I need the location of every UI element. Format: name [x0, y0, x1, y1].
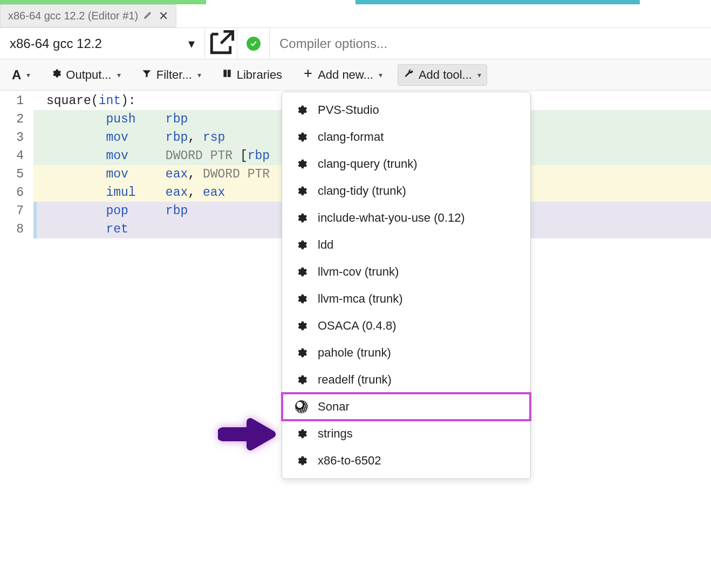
tool-menu-item-label: clang-query (trunk) [318, 157, 418, 171]
compiler-tab[interactable]: x86-64 gcc 12.2 (Editor #1) ✕ [0, 4, 176, 28]
gear-icon [295, 265, 308, 278]
gear-icon [295, 373, 308, 386]
tool-menu-item[interactable]: OSACA (0.4.8) [282, 312, 530, 339]
line-number: 6 [0, 183, 24, 202]
compiler-selected-label: x86-64 gcc 12.2 [10, 36, 102, 51]
gear-icon [295, 454, 308, 467]
plus-icon [303, 68, 313, 82]
caret-down-icon: ▾ [117, 71, 121, 79]
gear-icon [295, 238, 308, 251]
pencil-icon[interactable] [143, 10, 153, 22]
gear-icon [295, 131, 308, 143]
gear-icon [295, 211, 308, 224]
caret-down-icon: ▾ [26, 71, 30, 79]
tool-menu-item-label: OSACA (0.4.8) [318, 319, 396, 333]
line-number: 7 [0, 202, 24, 220]
gear-icon [295, 292, 308, 305]
output-menu[interactable]: Output... ▾ [45, 65, 126, 85]
add-tool-menu[interactable]: Add tool... ▾ [398, 64, 487, 86]
gear-icon [295, 104, 308, 117]
tool-menu-item[interactable]: llvm-cov (trunk) [282, 258, 530, 285]
tool-menu-item[interactable]: clang-format [282, 124, 530, 151]
top-accent-bar [0, 0, 711, 4]
line-number: 8 [0, 220, 24, 238]
open-external-button[interactable] [205, 28, 237, 59]
caret-down-icon: ▾ [379, 71, 382, 79]
line-number: 1 [0, 92, 24, 110]
tool-menu-item[interactable]: PVS-Studio [282, 97, 530, 124]
line-number: 5 [0, 165, 24, 183]
tab-label: x86-64 gcc 12.2 (Editor #1) [8, 10, 138, 22]
cursor-indicator [33, 202, 37, 238]
tool-menu-item-label: ldd [318, 238, 333, 252]
tab-bar: x86-64 gcc 12.2 (Editor #1) ✕ [0, 4, 711, 28]
tool-menu-item[interactable]: llvm-mca (trunk) [282, 285, 530, 312]
tool-menu-item-label: pahole (trunk) [318, 346, 391, 360]
libraries-button[interactable]: Libraries [216, 65, 288, 85]
tool-menu-item-label: clang-format [318, 130, 384, 144]
tool-menu-item[interactable]: pahole (trunk) [282, 339, 530, 366]
tool-menu-item-label: llvm-cov (trunk) [318, 265, 399, 279]
toolbar: A ▾ Output... ▾ Filter... ▾ Libraries Ad… [0, 59, 711, 91]
filter-icon [141, 68, 152, 82]
gear-icon [295, 319, 308, 332]
filter-menu[interactable]: Filter... ▾ [136, 65, 207, 85]
tool-menu-item[interactable]: clang-tidy (trunk) [282, 177, 530, 204]
close-icon[interactable]: ✕ [159, 9, 168, 23]
gear-icon [295, 346, 308, 359]
compiler-options-input[interactable] [270, 28, 711, 59]
font-menu[interactable]: A ▾ [6, 64, 36, 86]
tool-menu-item-label: readelf (trunk) [318, 373, 392, 387]
gear-icon [295, 184, 308, 197]
line-gutter: 12345678 [0, 91, 33, 238]
tool-menu-item[interactable]: include-what-you-use (0.12) [282, 204, 530, 231]
tool-menu-item-label: include-what-you-use (0.12) [318, 211, 465, 225]
add-tool-dropdown: PVS-Studioclang-formatclang-query (trunk… [282, 92, 531, 479]
tool-menu-item-label: x86-to-6502 [318, 454, 381, 468]
tool-menu-item[interactable]: strings [282, 420, 530, 447]
line-number: 3 [0, 128, 24, 147]
gear-icon [295, 427, 308, 440]
compile-status [237, 28, 270, 59]
line-number: 2 [0, 110, 24, 128]
book-icon [222, 68, 233, 82]
tool-menu-item-label: strings [318, 427, 353, 441]
compiler-select[interactable]: x86-64 gcc 12.2 ▾ [0, 28, 205, 59]
tool-menu-item[interactable]: Sonar [282, 393, 530, 420]
caret-down-icon: ▾ [188, 36, 195, 51]
check-icon [247, 37, 261, 51]
caret-down-icon: ▾ [477, 71, 481, 79]
annotation-arrow [218, 410, 277, 460]
tool-menu-item[interactable]: clang-query (trunk) [282, 151, 530, 177]
tool-menu-item[interactable]: readelf (trunk) [282, 366, 530, 393]
line-number: 4 [0, 147, 24, 165]
sonar-icon [295, 400, 308, 413]
tool-menu-item-label: Sonar [318, 400, 350, 414]
wrench-icon [404, 68, 414, 82]
tool-menu-item[interactable]: x86-to-6502 [282, 447, 530, 474]
tool-menu-item-label: PVS-Studio [318, 103, 379, 117]
tool-menu-item-label: llvm-mca (trunk) [318, 292, 403, 306]
tool-menu-item[interactable]: ldd [282, 231, 530, 258]
gear-icon [51, 68, 61, 82]
compiler-row: x86-64 gcc 12.2 ▾ [0, 28, 711, 59]
caret-down-icon: ▾ [197, 71, 201, 79]
add-new-menu[interactable]: Add new... ▾ [297, 65, 388, 85]
gear-icon [295, 158, 308, 170]
tool-menu-item-label: clang-tidy (trunk) [318, 184, 406, 198]
